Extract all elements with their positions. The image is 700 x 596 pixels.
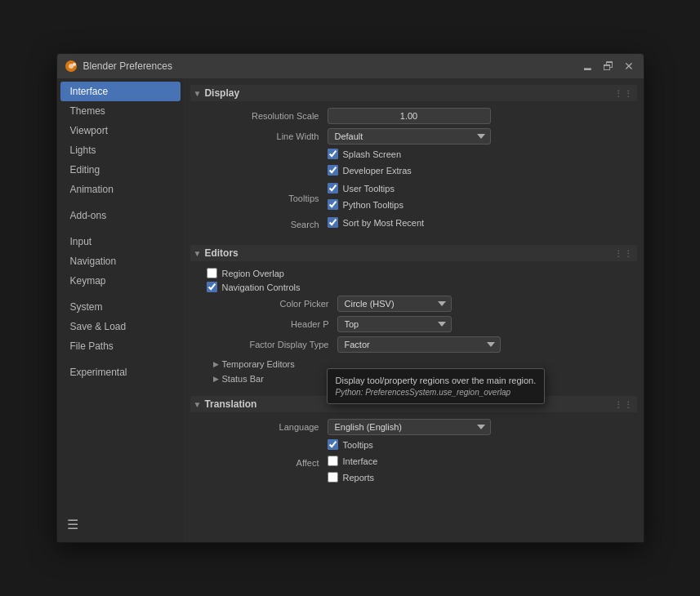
color-picker-label: Color Picker — [207, 299, 337, 309]
sidebar-item-editing[interactable]: Editing — [60, 160, 181, 180]
python-tooltips-label[interactable]: Python Tooltips — [343, 200, 404, 210]
sidebar-item-interface[interactable]: Interface — [60, 82, 181, 101]
tooltip-popup: Display tool/property regions over the m… — [327, 368, 546, 404]
sidebar-group-2: Add-ons — [57, 206, 184, 225]
region-overlap-checkbox[interactable] — [207, 268, 217, 278]
sidebar-group-5: Experimental — [57, 362, 184, 382]
sidebar-item-animation[interactable]: Animation — [60, 180, 181, 199]
tooltips-affect-checkbox[interactable] — [328, 439, 338, 450]
line-width-control: Default Thin Thick — [328, 128, 631, 145]
display-section-header[interactable]: ▼ Display ⋮⋮ — [190, 85, 637, 101]
sidebar-item-viewport[interactable]: Viewport — [60, 121, 181, 140]
sort-recent-row: Sort by Most Recent — [328, 217, 631, 228]
developer-extras-checkbox[interactable] — [328, 165, 338, 176]
sidebar-item-input[interactable]: Input — [60, 232, 181, 251]
resolution-scale-input[interactable] — [328, 108, 491, 124]
sidebar-item-keymap[interactable]: Keymap — [60, 271, 181, 291]
sidebar-item-themes[interactable]: Themes — [60, 101, 181, 121]
line-width-row: Line Width Default Thin Thick — [190, 128, 637, 145]
reports-affect-checkbox[interactable] — [328, 472, 338, 483]
tooltips-group: User Tooltips Python Tooltips — [328, 183, 631, 213]
search-label: Search — [197, 220, 328, 229]
sidebar-item-lights[interactable]: Lights — [60, 140, 181, 160]
color-picker-select[interactable]: Circle (HSV) — [337, 296, 452, 312]
python-tooltips-row: Python Tooltips — [328, 199, 631, 210]
close-button[interactable]: ✕ — [621, 59, 637, 73]
region-overlap-row: Region Overlap — [207, 268, 637, 278]
navigation-controls-label[interactable]: Navigation Controls — [222, 282, 301, 292]
color-picker-control: Circle (HSV) — [337, 296, 631, 312]
sidebar: Interface Themes Viewport Lights Editing… — [57, 78, 184, 542]
sidebar-item-addons[interactable]: Add-ons — [60, 206, 181, 225]
region-overlap-label[interactable]: Region Overlap — [222, 269, 284, 278]
sidebar-group-3: Input Navigation Keymap — [57, 232, 184, 291]
resolution-scale-row: Resolution Scale — [190, 108, 637, 124]
sidebar-item-experimental[interactable]: Experimental — [60, 362, 181, 382]
hamburger-menu[interactable]: ☰ — [57, 510, 184, 539]
content-area: Interface Themes Viewport Lights Editing… — [57, 78, 644, 542]
interface-affect-label[interactable]: Interface — [343, 456, 378, 466]
user-tooltips-checkbox[interactable] — [328, 183, 338, 193]
reports-affect-row: Reports — [328, 472, 631, 483]
sidebar-item-navigation[interactable]: Navigation — [60, 251, 181, 271]
developer-extras-row: Developer Extras — [328, 165, 631, 176]
display-section-body: Resolution Scale Line Width Default Thin — [190, 105, 637, 238]
tooltip-popup-text: Display tool/property regions over the m… — [336, 376, 537, 385]
resolution-scale-label: Resolution Scale — [197, 111, 328, 121]
blender-preferences-window: Blender Preferences 🗕 🗗 ✕ Interface Them… — [56, 53, 644, 543]
language-select[interactable]: English (English) — [328, 419, 491, 435]
language-control: English (English) — [328, 419, 631, 435]
tooltips-row: Tooltips User Tooltips Python Tooltips — [190, 183, 637, 213]
header-position-label: Header P — [207, 319, 337, 329]
navigation-controls-row: Navigation Controls — [207, 282, 637, 292]
user-tooltips-label[interactable]: User Tooltips — [343, 184, 395, 193]
affect-row: Affect Tooltips Interface — [190, 439, 637, 486]
navigation-controls-checkbox[interactable] — [207, 282, 217, 292]
search-row: Search Sort by Most Recent — [190, 217, 637, 231]
blender-logo — [64, 59, 78, 73]
interface-affect-checkbox[interactable] — [328, 456, 338, 466]
sidebar-item-save-load[interactable]: Save & Load — [60, 317, 181, 336]
editors-section-dots: ⋮⋮ — [614, 249, 634, 258]
splash-developer-row: Splash Screen Developer Extras — [190, 149, 637, 179]
titlebar-left: Blender Preferences — [64, 59, 172, 73]
interface-affect-row: Interface — [328, 456, 631, 466]
sidebar-group-1: Interface Themes Viewport Lights Editing… — [57, 82, 184, 199]
factor-display-label: Factor Display Type — [207, 340, 337, 349]
temporary-editors-arrow: ▶ — [213, 360, 219, 368]
editors-section-header[interactable]: ▼ Editors ⋮⋮ — [190, 245, 637, 261]
language-row: Language English (English) — [190, 419, 637, 435]
display-section: ▼ Display ⋮⋮ Resolution Scale Line Width — [190, 85, 637, 238]
resolution-scale-control — [328, 108, 631, 124]
translation-section-body: Language English (English) Affect — [190, 416, 637, 493]
splash-screen-checkbox[interactable] — [328, 149, 338, 159]
minimize-button[interactable]: 🗕 — [578, 59, 596, 73]
line-width-select[interactable]: Default Thin Thick — [328, 128, 491, 145]
header-position-select[interactable]: Top — [337, 316, 452, 332]
titlebar: Blender Preferences 🗕 🗗 ✕ — [57, 54, 644, 78]
maximize-button[interactable]: 🗗 — [600, 59, 618, 73]
python-tooltips-checkbox[interactable] — [328, 199, 338, 210]
tooltips-label: Tooltips — [197, 193, 328, 203]
translation-section: ▼ Translation ⋮⋮ Language English (Engli… — [190, 396, 637, 493]
titlebar-controls: 🗕 🗗 ✕ — [578, 59, 637, 73]
status-bar-arrow: ▶ — [213, 375, 219, 383]
sidebar-item-file-paths[interactable]: File Paths — [60, 336, 181, 356]
search-control: Sort by Most Recent — [328, 217, 631, 231]
splash-developer-group: Splash Screen Developer Extras — [328, 149, 631, 179]
factor-display-row: Factor Display Type Factor Percentage — [207, 336, 637, 353]
language-label: Language — [197, 422, 328, 432]
display-section-dots: ⋮⋮ — [614, 89, 634, 98]
splash-screen-label[interactable]: Splash Screen — [343, 149, 402, 159]
developer-extras-label[interactable]: Developer Extras — [343, 166, 412, 176]
factor-display-select[interactable]: Factor Percentage — [337, 336, 501, 353]
sort-most-recent-label[interactable]: Sort by Most Recent — [343, 218, 425, 228]
reports-affect-label[interactable]: Reports — [343, 473, 375, 483]
factor-display-control: Factor Percentage — [337, 336, 631, 353]
affect-group: Tooltips Interface Reports — [328, 439, 631, 486]
main-content: ▼ Display ⋮⋮ Resolution Scale Line Width — [184, 78, 644, 542]
line-width-label: Line Width — [197, 131, 328, 141]
sidebar-item-system[interactable]: System — [60, 297, 181, 317]
sort-most-recent-checkbox[interactable] — [328, 217, 338, 228]
tooltips-affect-label[interactable]: Tooltips — [343, 440, 373, 450]
